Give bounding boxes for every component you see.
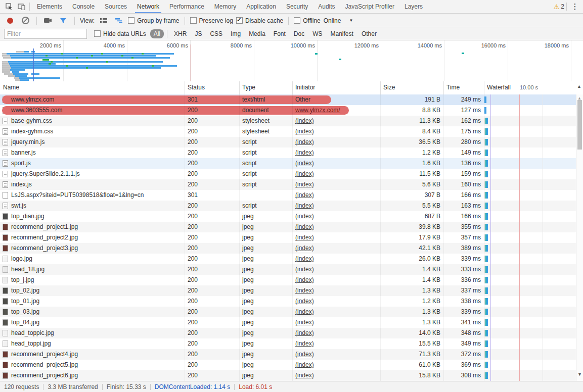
initiator-link[interactable]: (index) xyxy=(295,361,314,368)
initiator-link[interactable]: (index) xyxy=(295,160,314,167)
record-button[interactable] xyxy=(4,15,16,26)
initiator-link[interactable]: (index) xyxy=(295,138,314,145)
large-request-rows-icon[interactable] xyxy=(98,15,110,26)
request-row[interactable]: logo.jpg200jpeg(index)26.0 KB339 ms xyxy=(0,254,583,264)
tab-audits[interactable]: Audits xyxy=(313,0,340,13)
network-overview-timeline[interactable]: 2000 ms4000 ms6000 ms8000 ms10000 ms1200… xyxy=(0,40,583,82)
filter-type-other[interactable]: Other xyxy=(358,29,380,38)
filter-input[interactable] xyxy=(4,29,87,39)
initiator-link[interactable]: (index) xyxy=(295,213,314,220)
initiator-link[interactable]: (index) xyxy=(295,255,314,262)
request-row[interactable]: base-gyhm.css200stylesheet(index)11.3 KB… xyxy=(0,116,583,126)
filter-type-media[interactable]: Media xyxy=(245,29,269,38)
column-header-waterfall[interactable]: Waterfall xyxy=(487,81,511,94)
request-row[interactable]: top_j.jpg200jpeg(index)1.4 KB336 ms xyxy=(0,275,583,285)
tab-elements[interactable]: Elements xyxy=(32,0,67,13)
request-row[interactable]: head_toppic.jpg200jpeg(index)14.0 KB348 … xyxy=(0,328,583,338)
initiator-link[interactable]: (index) xyxy=(295,329,314,336)
overflow-menu-icon[interactable]: ⋮ xyxy=(569,1,581,12)
tab-sources[interactable]: Sources xyxy=(100,0,132,13)
filter-type-xhr[interactable]: XHR xyxy=(170,29,190,38)
tab-console[interactable]: Console xyxy=(67,0,100,13)
request-row[interactable]: top_dian.jpg200jpeg(index)687 B166 ms xyxy=(0,211,583,222)
filter-type-ws[interactable]: WS xyxy=(309,29,326,38)
tab-network[interactable]: Network xyxy=(132,0,164,13)
request-row[interactable]: top_03.jpg200jpeg(index)1.3 KB339 ms xyxy=(0,307,583,317)
column-header-initiator[interactable]: Initiator xyxy=(295,81,315,94)
initiator-link[interactable]: (index) xyxy=(295,170,314,177)
initiator-link[interactable]: (index) xyxy=(295,372,314,379)
column-header-time[interactable]: Time xyxy=(446,81,460,94)
initiator-link[interactable]: (index) xyxy=(295,181,314,188)
request-row[interactable]: head_18.jpg200jpeg(index)1.4 KB333 ms xyxy=(0,264,583,275)
initiator-link[interactable]: (index) xyxy=(295,298,314,305)
column-header-size[interactable]: Size xyxy=(383,81,395,94)
show-overview-icon[interactable] xyxy=(113,15,125,26)
hide-data-urls-toggle[interactable]: Hide data URLs xyxy=(94,30,146,37)
vertical-scrollbar[interactable]: ▲ ▼ xyxy=(576,94,583,381)
column-header-status[interactable]: Status xyxy=(188,81,205,94)
request-row[interactable]: recommend_project3.jpg200jpeg(index)42.1… xyxy=(0,243,583,254)
request-row[interactable]: recommend_project2.jpg200jpeg(index)17.9… xyxy=(0,232,583,243)
initiator-link[interactable]: (index) xyxy=(295,308,314,315)
request-row[interactable]: banner.js200script(index)1.2 KB149 ms xyxy=(0,148,583,158)
request-row[interactable]: recommend_project5.jpg200jpeg(index)61.0… xyxy=(0,360,583,370)
initiator-link[interactable]: (index) xyxy=(295,202,314,209)
request-row[interactable]: head_toppi.jpg200jpeg(index)15.5 KB349 m… xyxy=(0,338,583,349)
filter-type-img[interactable]: Img xyxy=(227,29,244,38)
request-row[interactable]: index.js200script(index)5.6 KB160 ms xyxy=(0,179,583,190)
request-row[interactable]: recommend_project6.jpg200jpeg(index)15.8… xyxy=(0,370,583,381)
disable-cache-toggle[interactable]: Disable cache xyxy=(236,17,283,24)
request-row[interactable]: sport.js200script(index)1.6 KB136 ms xyxy=(0,158,583,169)
scroll-up-icon[interactable]: ▲ xyxy=(577,84,581,89)
group-by-frame-toggle[interactable]: Group by frame xyxy=(128,17,179,24)
filter-type-js[interactable]: JS xyxy=(191,29,205,38)
request-row[interactable]: top_01.jpg200jpeg(index)1.2 KB338 ms xyxy=(0,296,583,307)
request-row[interactable]: www.3603555.com200documentwww.ylmzx.com/… xyxy=(0,105,583,116)
request-row[interactable]: LsJS.aspx?siteid=PUT50398518&float=1&lng… xyxy=(0,190,583,201)
chevron-down-icon[interactable]: ▼ xyxy=(349,18,353,23)
throttling-select[interactable]: Online xyxy=(324,17,341,24)
capture-screenshots-icon[interactable] xyxy=(42,15,54,26)
initiator-link[interactable]: (index) xyxy=(295,223,314,230)
initiator-link[interactable]: (index) xyxy=(295,351,314,358)
initiator-link[interactable]: (index) xyxy=(295,276,314,283)
request-row[interactable]: www.ylmzx.com301text/htmlOther191 B249 m… xyxy=(0,94,583,105)
console-warnings-badge[interactable]: ⚠ 2 xyxy=(554,3,564,10)
preserve-log-toggle[interactable]: Preserve log xyxy=(190,17,233,24)
device-toolbar-icon[interactable] xyxy=(15,1,27,12)
request-row[interactable]: recommend_project1.jpg200jpeg(index)39.8… xyxy=(0,222,583,232)
request-row[interactable]: jquery.SuperSlide.2.1.1.js200script(inde… xyxy=(0,169,583,179)
request-row[interactable]: jquery.min.js200script(index)36.5 KB280 … xyxy=(0,137,583,148)
tab-performance[interactable]: Performance xyxy=(164,0,209,13)
request-row[interactable]: recommend_project4.jpg200jpeg(index)71.3… xyxy=(0,349,583,360)
initiator-link[interactable]: (index) xyxy=(295,319,314,326)
initiator-link[interactable]: (index) xyxy=(295,117,314,124)
initiator-link[interactable]: (index) xyxy=(295,340,314,347)
filter-type-manifest[interactable]: Manifest xyxy=(327,29,357,38)
tab-application[interactable]: Application xyxy=(241,0,281,13)
filter-type-doc[interactable]: Doc xyxy=(290,29,308,38)
initiator-link[interactable]: (index) xyxy=(295,287,314,294)
request-row[interactable]: top_02.jpg200jpeg(index)1.3 KB337 ms xyxy=(0,285,583,296)
filter-type-all[interactable]: All xyxy=(150,29,164,38)
tab-security[interactable]: Security xyxy=(281,0,313,13)
column-header-type[interactable]: Type xyxy=(242,81,255,94)
request-row[interactable]: top_04.jpg200jpeg(index)1.3 KB341 ms xyxy=(0,317,583,328)
clear-button[interactable] xyxy=(19,15,31,26)
tab-javascript-profiler[interactable]: JavaScript Profiler xyxy=(340,0,399,13)
initiator-link[interactable]: (index) xyxy=(295,149,314,156)
tab-memory[interactable]: Memory xyxy=(209,0,241,13)
request-row[interactable]: swt.js200script(index)5.5 KB163 ms xyxy=(0,201,583,211)
initiator-link[interactable]: (index) xyxy=(295,128,314,135)
scrollbar-thumb[interactable] xyxy=(577,100,582,150)
filter-type-css[interactable]: CSS xyxy=(206,29,226,38)
filter-type-font[interactable]: Font xyxy=(270,29,289,38)
initiator-link[interactable]: (index) xyxy=(295,234,314,241)
column-header-name[interactable]: Name xyxy=(3,81,19,94)
initiator-link[interactable]: (index) xyxy=(295,191,314,199)
request-row[interactable]: index-gyhm.css200stylesheet(index)8.4 KB… xyxy=(0,126,583,137)
tab-layers[interactable]: Layers xyxy=(399,0,428,13)
offline-toggle[interactable]: Offline xyxy=(294,17,320,24)
filter-icon[interactable] xyxy=(57,15,69,26)
